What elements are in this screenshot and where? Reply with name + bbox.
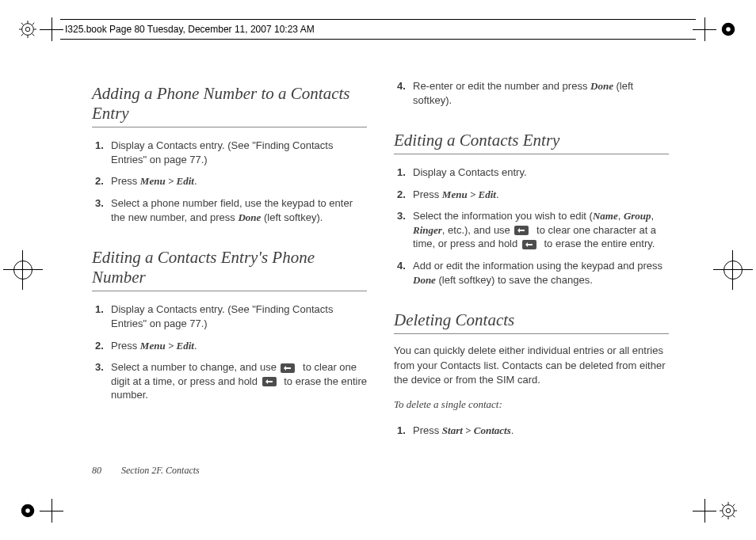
- step-number: 3.: [397, 209, 406, 223]
- section-label: Section 2F. Contacts: [121, 465, 200, 476]
- step-item: 1. Display a Contacts entry.: [394, 165, 669, 180]
- step-number: 1.: [397, 424, 406, 438]
- document-header: I325.book Page 80 Tuesday, December 11, …: [60, 19, 696, 40]
- step-text: Press Menu > Edit.: [111, 175, 197, 187]
- step-text: Press Menu > Edit.: [111, 340, 197, 352]
- step-item: 4. Re-enter or edit the number and press…: [394, 79, 669, 107]
- crop-mark-icon: [693, 499, 716, 523]
- heading-deleting-contacts: Deleting Contacts: [394, 310, 669, 334]
- step-item: 3. Select a number to change, and use to…: [92, 360, 367, 402]
- backspace-key-icon: [514, 224, 532, 237]
- step-text: Display a Contacts entry.: [413, 166, 527, 178]
- svg-line-20: [722, 504, 724, 507]
- step-text: Select a phone number field, use the key…: [111, 197, 353, 223]
- left-column: Adding a Phone Number to a Contacts Entr…: [92, 79, 367, 491]
- body-text: You can quickly delete either individual…: [394, 344, 669, 387]
- right-column: 4. Re-enter or edit the number and press…: [394, 79, 669, 491]
- heading-edit-phone-number: Editing a Contacts Entry's Phone Number: [92, 248, 367, 291]
- page-body: Adding a Phone Number to a Contacts Entr…: [92, 79, 669, 491]
- steps-edit-contacts-entry: 1. Display a Contacts entry. 2. Press Me…: [394, 165, 669, 295]
- registration-gear-icon: [720, 502, 737, 519]
- step-text: Re-enter or edit the number and press Do…: [413, 80, 633, 106]
- step-item: 1. Press Start > Contacts.: [394, 424, 669, 438]
- step-number: 4.: [397, 79, 406, 93]
- registration-gear-icon: [19, 502, 36, 519]
- svg-point-14: [723, 505, 735, 517]
- svg-line-6: [21, 23, 24, 25]
- step-item: 1. Display a Contacts entry. (See "Findi…: [92, 139, 367, 166]
- svg-line-9: [32, 23, 35, 25]
- step-text: Display a Contacts entry. (See "Finding …: [111, 139, 333, 165]
- svg-point-13: [25, 508, 30, 513]
- svg-line-22: [722, 515, 724, 518]
- step-item: 2. Press Menu > Edit.: [394, 188, 669, 202]
- crop-mark-icon: [693, 17, 716, 41]
- backspace-key-icon: [262, 375, 280, 388]
- heading-edit-contacts-entry: Editing a Contacts Entry: [394, 131, 669, 154]
- svg-point-15: [726, 508, 731, 513]
- steps-deleting-contacts: 1. Press Start > Contacts.: [394, 424, 669, 446]
- step-number: 3.: [95, 360, 104, 375]
- crop-mark-icon: [40, 499, 63, 523]
- step-number: 1.: [95, 139, 104, 153]
- step-text: Display a Contacts entry. (See "Finding …: [111, 303, 333, 329]
- step-number: 3.: [95, 196, 104, 211]
- step-number: 1.: [95, 302, 104, 317]
- heading-add-phone-number: Adding a Phone Number to a Contacts Entr…: [92, 84, 367, 127]
- step-text: Select the information you wish to edit …: [413, 210, 656, 249]
- step-item: 2. Press Menu > Edit.: [92, 174, 367, 188]
- svg-line-8: [21, 34, 24, 36]
- registration-target-icon: [713, 250, 753, 290]
- step-item: 4. Add or edit the information using the…: [394, 259, 669, 287]
- step-text: Press Menu > Edit.: [413, 188, 499, 200]
- step-number: 2.: [397, 188, 406, 202]
- step-number: 1.: [397, 165, 406, 180]
- step-text: Press Start > Contacts.: [413, 424, 514, 436]
- step-text: Add or edit the information using the ke…: [413, 260, 662, 286]
- step-number: 4.: [397, 259, 406, 273]
- registration-gear-icon: [19, 21, 36, 38]
- svg-point-11: [726, 27, 731, 32]
- step-item: 2. Press Menu > Edit.: [92, 339, 367, 353]
- backspace-key-icon: [281, 362, 298, 375]
- steps-edit-phone-number: 1. Display a Contacts entry. (See "Findi…: [92, 302, 367, 409]
- svg-point-1: [25, 27, 30, 32]
- registration-gear-icon: [720, 21, 737, 38]
- step-number: 2.: [95, 339, 104, 353]
- step-item: 1. Display a Contacts entry. (See "Findi…: [92, 302, 367, 330]
- svg-line-21: [733, 515, 735, 518]
- svg-point-0: [22, 24, 34, 36]
- svg-line-7: [32, 34, 35, 36]
- svg-line-23: [733, 504, 735, 507]
- step-item: 3. Select the information you wish to ed…: [394, 209, 669, 251]
- backspace-key-icon: [522, 238, 540, 251]
- sub-heading: To delete a single contact:: [394, 398, 669, 411]
- page-number: 80: [92, 465, 101, 476]
- page-footer: 80 Section 2F. Contacts: [92, 465, 200, 477]
- steps-add-phone-number: 1. Display a Contacts entry. (See "Findi…: [92, 139, 367, 232]
- steps-continued: 4. Re-enter or edit the number and press…: [394, 79, 669, 115]
- doc-header-text: I325.book Page 80 Tuesday, December 11, …: [65, 24, 315, 35]
- registration-target-icon: [3, 250, 43, 290]
- step-number: 2.: [95, 174, 104, 188]
- step-text: Select a number to change, and use to cl…: [111, 361, 367, 401]
- step-item: 3. Select a phone number field, use the …: [92, 196, 367, 224]
